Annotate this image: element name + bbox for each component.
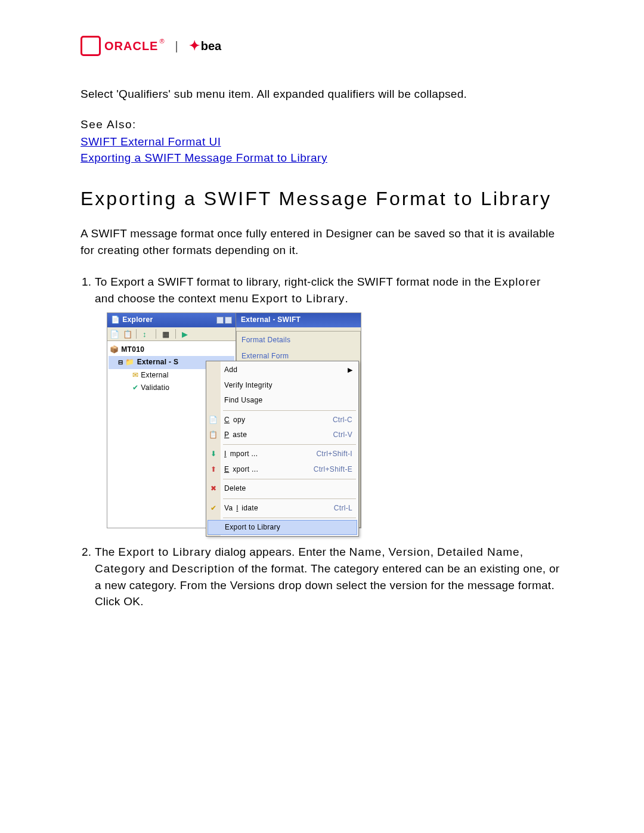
see-also-label: See Also: xyxy=(80,118,564,131)
toolbar-paste-icon[interactable] xyxy=(123,329,132,339)
delete-icon xyxy=(209,484,218,494)
shortcut-copy: Ctrl-C xyxy=(333,415,352,425)
toolbar-updown-icon[interactable] xyxy=(143,329,152,339)
shortcut-validate: Ctrl-L xyxy=(334,503,352,513)
page-title: Exporting a SWIFT Message Format to Libr… xyxy=(80,187,564,212)
toolbar-grid-icon[interactable] xyxy=(162,329,172,339)
menu-divider xyxy=(223,518,356,518)
tree-root-label: MT010 xyxy=(121,345,144,355)
oracle-logo: ORACLE ® xyxy=(80,36,165,56)
menu-label-find-usage: Find Usage xyxy=(224,395,262,405)
menu-divider xyxy=(223,410,356,411)
step1-menu-word: Export to Library xyxy=(252,292,345,305)
close-icon[interactable] xyxy=(225,317,232,324)
step-2: The Export to Library dialog appears. En… xyxy=(95,544,564,609)
menu-divider xyxy=(223,498,356,499)
submenu-arrow-icon: ▶ xyxy=(348,366,352,375)
export-icon xyxy=(209,465,218,474)
editor-tab[interactable]: External - SWIFT xyxy=(236,313,361,327)
menu-divider xyxy=(223,479,356,479)
menu-label-verify: Verify Integrity xyxy=(224,380,273,391)
toolbar-separator xyxy=(136,329,139,339)
menu-item-validate[interactable]: Validate Ctrl-L xyxy=(206,501,358,516)
menu-item-export[interactable]: Export ... Ctrl+Shift-E xyxy=(206,462,358,477)
menu-item-verify-integrity[interactable]: Verify Integrity xyxy=(206,378,358,393)
import-icon xyxy=(209,450,218,459)
shortcut-paste: Ctrl-V xyxy=(333,430,352,440)
bea-logo: ✦ bea xyxy=(189,38,221,54)
pin-icon[interactable] xyxy=(216,317,224,324)
format-details-label: Format Details xyxy=(242,335,355,345)
link-exporting-swift-message-format[interactable]: Exporting a SWIFT Message Format to Libr… xyxy=(80,150,564,166)
validate-icon xyxy=(209,503,218,513)
intro-paragraph: Select 'Qualifiers' sub menu item. All e… xyxy=(80,86,564,103)
shortcut-import: Ctrl+Shift-I xyxy=(316,449,352,459)
tree-selected-label: External - S xyxy=(137,357,179,367)
menu-item-export-to-library[interactable]: Export to Library xyxy=(208,520,357,535)
step1-text-b: and choose the context menu xyxy=(95,292,252,305)
oracle-wordmark: ORACLE xyxy=(104,39,158,53)
explorer-toolbar xyxy=(107,327,236,341)
copy-icon xyxy=(209,415,218,425)
toolbar-copy-icon[interactable] xyxy=(110,329,119,339)
menu-divider xyxy=(223,444,356,445)
folder-icon xyxy=(125,357,134,367)
oracle-registered: ® xyxy=(159,38,164,45)
menu-item-add[interactable]: Add ▶ xyxy=(206,363,358,377)
mail-icon xyxy=(132,370,138,380)
explorer-title: Explorer xyxy=(122,315,153,325)
menu-item-import[interactable]: Import ... Ctrl+Shift-I xyxy=(206,447,358,462)
bea-swirl-icon: ✦ xyxy=(189,38,200,54)
menu-item-copy[interactable]: Copy Ctrl-C xyxy=(206,413,358,428)
menu-label-delete: Delete xyxy=(224,484,246,494)
external-form-label: External Form xyxy=(242,351,355,361)
cartridge-icon xyxy=(110,345,119,355)
menu-item-find-usage[interactable]: Find Usage xyxy=(206,393,358,408)
steps-list: To Export a SWIFT format to library, rig… xyxy=(80,274,564,609)
logo-row: ORACLE ® | ✦ bea xyxy=(80,36,564,56)
step1-text-a: To Export a SWIFT format to library, rig… xyxy=(95,275,494,288)
menu-label-export-to-library: Export to Library xyxy=(225,522,280,532)
menu-item-delete[interactable]: Delete xyxy=(206,481,358,496)
paste-icon xyxy=(209,431,218,440)
step-1: To Export a SWIFT format to library, rig… xyxy=(95,274,564,528)
step1-text-c: . xyxy=(345,292,348,305)
check-icon xyxy=(132,383,138,393)
context-menu: Add ▶ Verify Integrity Find Usage xyxy=(206,361,359,537)
oracle-icon xyxy=(80,36,101,56)
tree-child1-label: External xyxy=(141,370,168,380)
explorer-titlebar: 📄 Explorer xyxy=(107,313,236,327)
lead-paragraph: A SWIFT message format once fully entere… xyxy=(80,225,564,258)
menu-item-paste[interactable]: Paste Ctrl-V xyxy=(206,428,358,442)
tree-child2-label: Validatio xyxy=(141,383,169,393)
bea-wordmark: bea xyxy=(201,39,221,53)
screenshot-figure: 📄 Explorer xyxy=(107,312,361,528)
shortcut-export: Ctrl+Shift-E xyxy=(314,465,352,475)
toolbar-separator xyxy=(175,329,178,339)
toolbar-run-icon[interactable] xyxy=(182,329,191,339)
link-swift-external-format-ui[interactable]: SWIFT External Format UI xyxy=(80,134,564,150)
menu-label-add: Add xyxy=(224,365,237,375)
explorer-title-icon: 📄 xyxy=(111,315,120,325)
tree-root[interactable]: MT010 xyxy=(109,343,234,356)
toolbar-separator xyxy=(156,329,159,339)
document-page: ORACLE ® | ✦ bea Select 'Qualifiers' sub… xyxy=(0,0,644,657)
logo-separator: | xyxy=(172,39,182,53)
step1-explorer-word: Explorer xyxy=(494,275,541,288)
explorer-title-controls xyxy=(216,317,232,324)
